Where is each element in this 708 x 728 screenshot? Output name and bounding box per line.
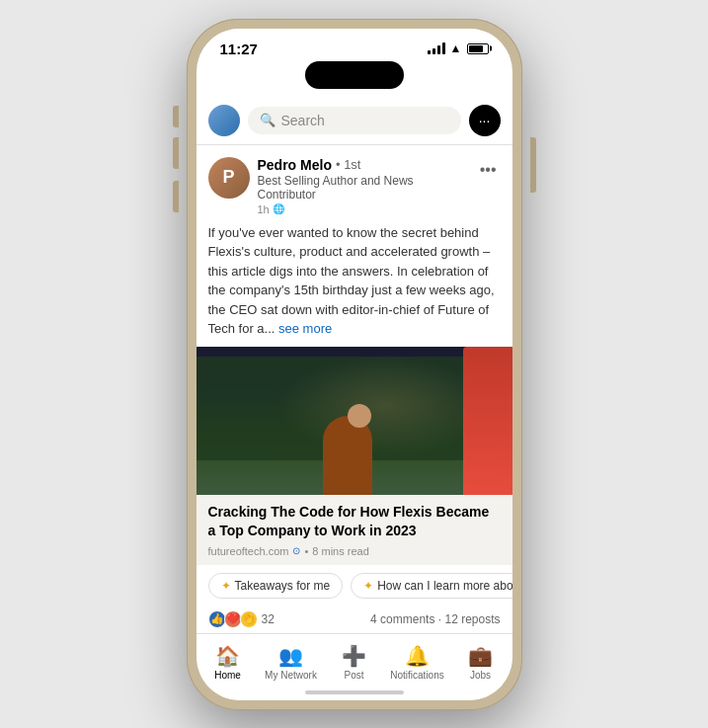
top-bar: 🔍 Search ··· — [197, 97, 512, 145]
search-icon: 🔍 — [260, 113, 275, 127]
nav-home[interactable]: 🏠 Home — [197, 640, 260, 685]
star-icon-1: ✦ — [221, 579, 231, 593]
user-avatar[interactable] — [208, 105, 240, 136]
author-title-1: Best Selling Author and News Contributor — [258, 174, 468, 202]
post-avatar-1[interactable]: P — [208, 157, 250, 199]
post-card-1: P Pedro Melo • 1st Best Selling Author a… — [197, 145, 512, 660]
person-body — [323, 416, 372, 495]
person-head — [348, 404, 371, 428]
read-time: 8 mins read — [312, 545, 368, 557]
right-person — [463, 347, 512, 495]
nav-jobs[interactable]: 💼 Jobs — [449, 640, 512, 685]
messages-button[interactable]: ··· — [469, 105, 501, 136]
comment-repost-info: 4 comments · 12 reposts — [370, 612, 500, 626]
article-info[interactable]: Cracking The Code for How Flexis Became … — [197, 495, 512, 565]
status-time: 11:27 — [220, 40, 258, 57]
reactions-row: 👍 ❤️ 👏 32 4 comments · 12 reposts — [197, 607, 512, 636]
author-degree-1: • 1st — [336, 157, 361, 172]
article-title: Cracking The Code for How Flexis Became … — [208, 503, 501, 541]
notifications-icon: 🔔 — [405, 644, 430, 668]
dot-divider: • — [304, 545, 308, 557]
nav-notifications[interactable]: 🔔 Notifications — [386, 640, 449, 685]
source-verified-icon: ⊙ — [292, 545, 300, 556]
status-bar: 11:27 ▲ — [197, 29, 512, 61]
post-body-1: If you've ever wanted to know the secret… — [197, 215, 512, 347]
home-label: Home — [214, 670, 241, 681]
battery-icon — [467, 43, 489, 54]
signal-icon — [428, 42, 445, 54]
tag-label-1: Takeaways for me — [235, 579, 331, 593]
home-indicator — [305, 690, 404, 694]
notifications-label: Notifications — [390, 670, 443, 681]
star-icon-2: ✦ — [363, 579, 373, 593]
post-label: Post — [344, 670, 363, 681]
tags-row: ✦ Takeaways for me ✦ How can I learn mor… — [197, 565, 512, 607]
search-bar[interactable]: 🔍 Search — [248, 107, 461, 134]
post-meta-1: Pedro Melo • 1st Best Selling Author and… — [258, 157, 468, 215]
reaction-count: 32 — [262, 612, 275, 626]
author-name-1[interactable]: Pedro Melo — [258, 157, 332, 173]
article-meta: futureoftech.com ⊙ • 8 mins read — [208, 545, 501, 557]
dynamic-island — [305, 61, 404, 89]
post-image-1[interactable] — [197, 347, 512, 495]
wifi-icon: ▲ — [450, 41, 462, 55]
more-options-button-1[interactable]: ••• — [476, 157, 501, 183]
classroom-image — [197, 347, 512, 495]
reaction-group: 👍 ❤️ 👏 32 — [208, 610, 275, 628]
feed[interactable]: P Pedro Melo • 1st Best Selling Author a… — [197, 145, 512, 660]
tag-label-2: How can I learn more about — [377, 579, 511, 593]
search-input[interactable]: Search — [281, 113, 325, 128]
article-source: futureoftech.com — [208, 545, 289, 557]
reaction-emojis: 👍 ❤️ 👏 — [208, 610, 258, 628]
nav-post[interactable]: ➕ Post — [323, 640, 386, 685]
tag-chip-1[interactable]: ✦ Takeaways for me — [208, 573, 344, 599]
post-icon: ➕ — [342, 644, 366, 668]
visibility-icon: 🌐 — [273, 203, 284, 214]
message-icon: ··· — [479, 113, 491, 128]
like-emoji: 👍 — [208, 610, 226, 628]
phone-frame: 11:27 ▲ 🔍 Search — [187, 19, 522, 710]
post-time-1: 1h 🌐 — [258, 203, 468, 215]
app-content: 🔍 Search ··· P Pedro Melo • 1 — [197, 97, 512, 660]
jobs-label: Jobs — [470, 670, 491, 681]
clap-emoji: 👏 — [240, 610, 258, 628]
network-label: My Network — [265, 670, 317, 681]
post-header-1: P Pedro Melo • 1st Best Selling Author a… — [197, 145, 512, 215]
author-row: Pedro Melo • 1st — [258, 157, 468, 173]
tag-chip-2[interactable]: ✦ How can I learn more about — [351, 573, 511, 599]
status-icons: ▲ — [428, 41, 489, 55]
heart-emoji: ❤️ — [224, 610, 242, 628]
nav-network[interactable]: 👥 My Network — [260, 640, 323, 685]
jobs-icon: 💼 — [468, 644, 493, 668]
network-icon: 👥 — [278, 644, 303, 668]
phone-screen: 11:27 ▲ 🔍 Search — [197, 29, 512, 700]
home-icon: 🏠 — [215, 644, 240, 668]
see-more-link[interactable]: see more — [278, 321, 332, 336]
